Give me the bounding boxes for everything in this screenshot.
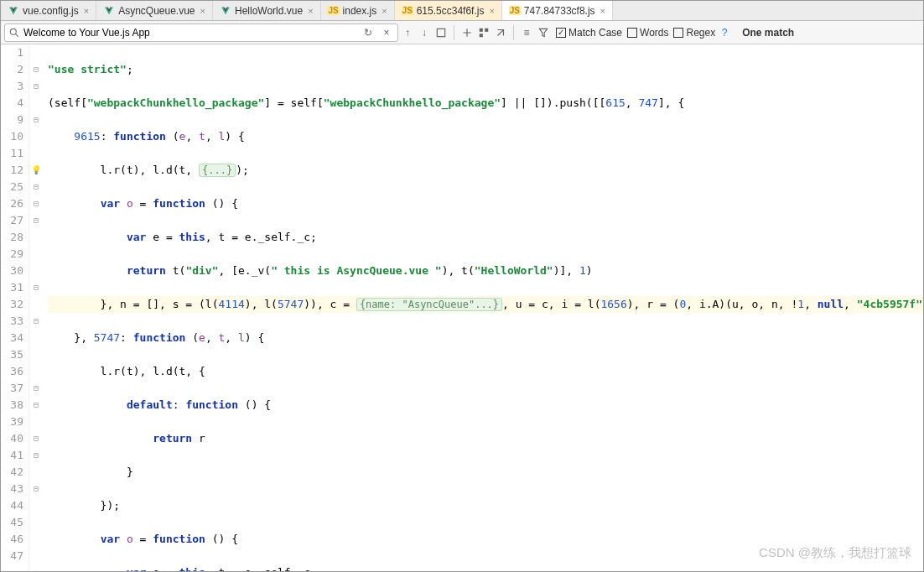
history-icon[interactable]: ↻ [361, 25, 376, 40]
tab-label: HelloWorld.vue [235, 5, 303, 17]
match-case-check[interactable]: ✓Match Case [556, 27, 622, 39]
editor-tabs: vue.config.js × AsyncQueue.vue × HelloWo… [1, 1, 923, 21]
close-icon[interactable]: × [382, 6, 387, 16]
separator [513, 25, 514, 40]
match-count: One match [742, 27, 794, 39]
close-icon[interactable]: × [200, 6, 205, 16]
export-icon[interactable] [493, 25, 508, 40]
search-icon [8, 27, 20, 39]
separator-lines-icon[interactable]: ≡ [519, 25, 534, 40]
prev-match-icon[interactable]: ↑ [400, 25, 415, 40]
close-icon[interactable]: × [600, 6, 605, 16]
js-icon [509, 5, 521, 17]
tab-label: AsyncQueue.vue [118, 5, 195, 17]
search-input[interactable] [23, 27, 357, 39]
code-editor[interactable]: 1 2 3 4 9 10 11 12 25 26 27 28 29 30 31 … [1, 44, 923, 571]
close-icon[interactable]: × [308, 6, 313, 16]
js-icon [402, 5, 413, 17]
vue-icon [220, 5, 231, 17]
svg-rect-4 [485, 28, 488, 31]
select-all-icon[interactable] [476, 25, 491, 40]
expand-icon[interactable] [433, 25, 449, 40]
clear-icon[interactable]: × [379, 25, 394, 40]
tab-label: vue.config.js [23, 5, 79, 17]
close-icon[interactable]: × [489, 6, 494, 16]
svg-line-1 [16, 34, 18, 36]
vue-icon [8, 5, 19, 17]
close-icon[interactable]: × [84, 6, 89, 16]
separator [454, 25, 454, 40]
tab-747[interactable]: 747.84733cf8.js × [502, 1, 613, 20]
add-selection-icon[interactable] [459, 25, 475, 40]
tab-asyncqueue[interactable]: AsyncQueue.vue × [96, 1, 213, 20]
search-input-wrap[interactable]: ↻ × [4, 23, 398, 42]
svg-rect-5 [480, 34, 483, 37]
js-icon [328, 5, 340, 17]
next-match-icon[interactable]: ↓ [417, 25, 432, 40]
regex-check[interactable]: Regex [673, 27, 715, 39]
tab-label: index.js [343, 5, 377, 17]
tab-label: 615.5cc34f6f.js [417, 5, 485, 17]
svg-point-0 [10, 29, 16, 34]
tab-615[interactable]: 615.5cc34f6f.js × [395, 1, 502, 20]
tab-helloworld[interactable]: HelloWorld.vue × [213, 1, 321, 20]
tab-label: 747.84733cf8.js [524, 5, 595, 17]
svg-rect-3 [480, 28, 483, 31]
filter-icon[interactable] [536, 25, 551, 40]
words-check[interactable]: Words [627, 27, 668, 39]
help-icon[interactable]: ? [717, 25, 732, 40]
vue-icon [103, 5, 115, 17]
tab-vue-config[interactable]: vue.config.js × [1, 1, 96, 20]
tab-indexjs[interactable]: index.js × [321, 1, 395, 20]
fold-gutter[interactable]: ⊟⊟⊟💡⊟⊟⊟⊟⊟⊟⊟⊟⊟⊟ [29, 44, 43, 571]
line-gutter: 1 2 3 4 9 10 11 12 25 26 27 28 29 30 31 … [1, 44, 29, 571]
svg-rect-2 [437, 29, 444, 36]
search-bar: ↻ × ↑ ↓ ≡ ✓Match Case Words Regex ? One … [1, 21, 923, 44]
code-area[interactable]: "use strict"; (self["webpackChunkhello_p… [43, 44, 923, 571]
